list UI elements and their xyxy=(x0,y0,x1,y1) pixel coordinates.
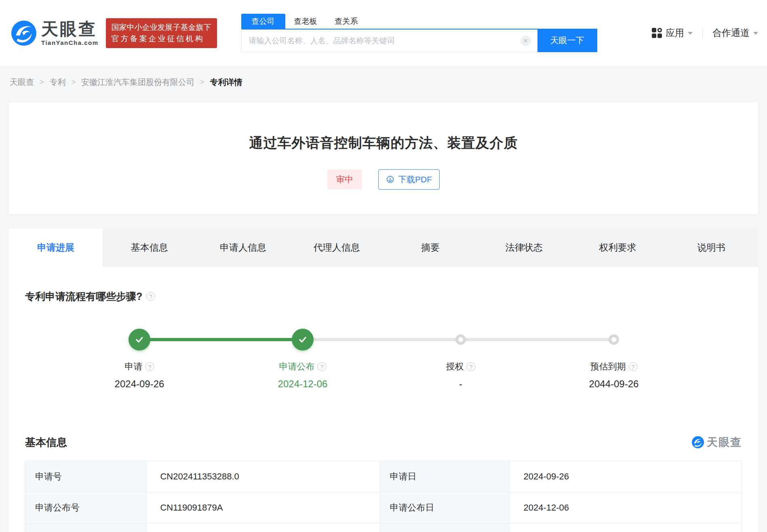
gov-badge-line1: 国家中小企业发展子基金旗下 xyxy=(112,22,211,33)
step-pending-icon xyxy=(455,334,466,345)
field-value: CN119091879A xyxy=(146,492,380,524)
step-date: 2044-09-26 xyxy=(589,378,639,390)
field-label: 申请日 xyxy=(380,461,510,492)
search-block: 查公司 查老板 查关系 ✕ 天眼一下 xyxy=(241,14,597,52)
tab-application-progress[interactable]: 申请进展 xyxy=(9,228,103,267)
application-timeline: 申请 ? 申请公布 ? 授权 ? 预估到期 ? 2024-09-26 2024-… xyxy=(25,322,742,403)
field-value: CN202411353288.0 xyxy=(146,461,380,492)
search-tab-relation[interactable]: 查关系 xyxy=(326,14,367,29)
tab-abstract[interactable]: 摘要 xyxy=(384,228,477,267)
check-icon xyxy=(297,334,308,345)
download-pdf-button[interactable]: 下载PDF xyxy=(378,169,440,190)
timeline-progress xyxy=(139,338,303,341)
detail-tabbar: 申请进展 基本信息 申请人信息 代理人信息 摘要 法律状态 权利要求 说明书 xyxy=(9,228,758,267)
apps-menu-label: 应用 xyxy=(666,27,684,39)
brand-name: 天眼查 xyxy=(41,20,99,38)
header-divider xyxy=(702,27,703,39)
field-label: 申请公布日 xyxy=(380,492,510,524)
check-icon xyxy=(134,334,145,345)
table-row: 申请号 CN202411353288.0 申请日 2024-09-26 xyxy=(25,461,742,492)
patent-title-card: 通过车外语音控制车辆的方法、装置及介质 审中 下载PDF xyxy=(9,102,758,214)
tianyancha-logo[interactable]: 天眼查 TianYanCha.com xyxy=(11,20,99,46)
search-tabs: 查公司 查老板 查关系 xyxy=(241,14,597,29)
download-icon xyxy=(386,175,394,184)
clear-search-icon[interactable]: ✕ xyxy=(520,36,531,46)
gov-badge-line2: 官方备案企业征信机构 xyxy=(112,33,211,44)
gov-certification-badge: 国家中小企业发展子基金旗下 官方备案企业征信机构 xyxy=(106,18,217,48)
step-label: 授权 xyxy=(446,361,464,373)
help-icon[interactable]: ? xyxy=(318,362,327,371)
help-icon[interactable]: ? xyxy=(629,362,638,371)
tianyancha-watermark: 天眼查 xyxy=(692,435,742,450)
help-icon[interactable]: ? xyxy=(145,362,154,371)
field-value: 2024-12-06 xyxy=(510,492,742,524)
flow-question-title: 专利申请流程有哪些步骤? xyxy=(25,289,142,303)
table-row xyxy=(25,524,742,532)
search-input[interactable] xyxy=(242,30,537,52)
help-icon[interactable]: ? xyxy=(146,292,155,301)
tab-applicant-info[interactable]: 申请人信息 xyxy=(196,228,290,267)
apps-grid-icon xyxy=(652,28,662,38)
header: 天眼查 TianYanCha.com 国家中小企业发展子基金旗下 官方备案企业征… xyxy=(0,0,767,66)
field-label: 申请号 xyxy=(25,461,146,492)
step-done-icon xyxy=(129,329,150,350)
step-label: 申请 xyxy=(125,361,143,373)
basic-info-table: 申请号 CN202411353288.0 申请日 2024-09-26 申请公布… xyxy=(25,461,742,532)
step-done-icon xyxy=(292,329,314,350)
breadcrumb-home[interactable]: 天眼查 xyxy=(10,77,34,88)
step-label: 申请公布 xyxy=(279,361,315,373)
help-icon[interactable]: ? xyxy=(467,362,476,371)
apps-menu[interactable]: 应用 xyxy=(652,27,693,39)
step-date: 2024-09-26 xyxy=(115,378,164,390)
search-tab-boss[interactable]: 查老板 xyxy=(285,14,326,29)
tianyancha-watermark-text: 天眼查 xyxy=(707,435,742,450)
breadcrumb-current: 专利详情 xyxy=(210,77,242,88)
step-date: 2024-12-06 xyxy=(278,378,328,390)
field-value: 2024-09-26 xyxy=(510,461,742,492)
step-date: - xyxy=(459,378,462,390)
tianyancha-logo-icon xyxy=(11,21,36,46)
breadcrumb-separator: > xyxy=(40,78,44,87)
tab-agent-info[interactable]: 代理人信息 xyxy=(290,228,384,267)
tab-legal-status[interactable]: 法律状态 xyxy=(477,228,571,267)
patent-title: 通过车外语音控制车辆的方法、装置及介质 xyxy=(9,102,758,152)
tab-basic-info[interactable]: 基本信息 xyxy=(103,228,196,267)
breadcrumb-separator: > xyxy=(72,78,76,87)
tab-claims[interactable]: 权利要求 xyxy=(571,228,665,267)
breadcrumb-separator: > xyxy=(200,78,204,87)
status-badge: 审中 xyxy=(327,169,362,190)
tab-specification[interactable]: 说明书 xyxy=(664,228,758,267)
chevron-down-icon xyxy=(753,32,758,35)
tianyancha-watermark-icon xyxy=(692,436,704,448)
content-card: 专利申请流程有哪些步骤? ? 申请 ? 申请公布 ? 授权 ? xyxy=(9,267,758,532)
breadcrumb-patent[interactable]: 专利 xyxy=(50,77,66,88)
search-tab-company[interactable]: 查公司 xyxy=(241,14,285,29)
download-pdf-label: 下载PDF xyxy=(398,174,432,185)
step-label: 预估到期 xyxy=(590,361,626,373)
step-pending-icon xyxy=(609,334,619,345)
table-row: 申请公布号 CN119091879A 申请公布日 2024-12-06 xyxy=(25,492,742,524)
breadcrumb-company[interactable]: 安徽江淮汽车集团股份有限公司 xyxy=(81,77,194,88)
brand-domain: TianYanCha.com xyxy=(41,39,99,46)
partner-menu[interactable]: 合作通道 xyxy=(712,27,758,39)
basic-info-heading: 基本信息 xyxy=(25,435,67,450)
field-label: 申请公布号 xyxy=(25,492,146,524)
search-button[interactable]: 天眼一下 xyxy=(537,29,597,52)
breadcrumb: 天眼查 > 专利 > 安徽江淮汽车集团股份有限公司 > 专利详情 xyxy=(0,66,767,102)
partner-menu-label: 合作通道 xyxy=(712,27,750,39)
chevron-down-icon xyxy=(688,32,693,35)
